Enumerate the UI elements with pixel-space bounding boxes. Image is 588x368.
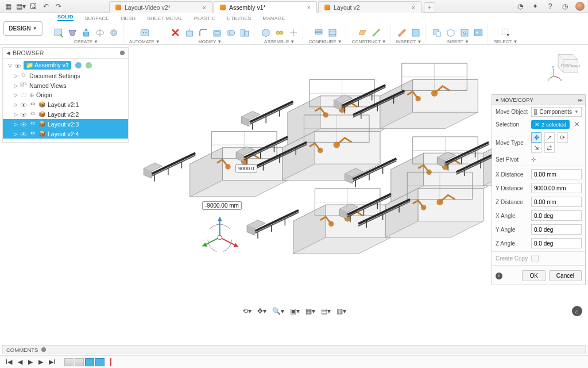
- extrude-icon[interactable]: [80, 27, 92, 39]
- collapse-dot-icon[interactable]: [120, 51, 125, 55]
- visibility-icon[interactable]: [20, 112, 27, 117]
- insert-derive-icon[interactable]: [431, 27, 443, 39]
- grid-icon[interactable]: ▤▾: [321, 307, 331, 315]
- undo-icon[interactable]: ↶: [41, 2, 51, 10]
- ribbon-tab-plastic[interactable]: PLASTIC: [194, 16, 216, 21]
- ribbon-tab-solid[interactable]: SOLID: [57, 14, 74, 21]
- ribbon-tab-sheetmetal[interactable]: SHEET METAL: [147, 16, 183, 21]
- shell-icon[interactable]: [211, 27, 223, 39]
- new-tab-button[interactable]: +: [424, 2, 435, 13]
- workspace-switcher[interactable]: DESIGN▼: [0, 13, 46, 44]
- doc-tab-1[interactable]: Assembly v1*×: [214, 1, 317, 13]
- inspect-icon[interactable]: [410, 27, 421, 39]
- move-type-free[interactable]: ✥: [531, 132, 541, 143]
- insert-mesh-icon[interactable]: [445, 27, 457, 39]
- visibility-icon[interactable]: [20, 121, 27, 127]
- timeline-end-button[interactable]: ▶I: [48, 358, 56, 366]
- y-distance-input[interactable]: [531, 183, 582, 193]
- tree-item-layout4[interactable]: ▷📦Layout v2:4: [3, 129, 128, 139]
- collapse-dot-icon[interactable]: [41, 347, 46, 352]
- timeline-feature[interactable]: [85, 358, 94, 366]
- z-angle-input[interactable]: [531, 238, 582, 248]
- axis-icon[interactable]: [370, 27, 382, 39]
- timeline-start-button[interactable]: I◀: [5, 358, 13, 366]
- file-menu-icon[interactable]: ▤▾: [16, 2, 25, 10]
- info-icon[interactable]: i: [496, 273, 502, 279]
- fit-icon[interactable]: ▣▾: [290, 307, 300, 315]
- align-icon[interactable]: [239, 27, 250, 39]
- tree-item-layout3[interactable]: ▷📦Layout v2:3: [3, 119, 128, 129]
- visibility-icon[interactable]: [14, 63, 21, 68]
- move-type-translate[interactable]: ↗: [544, 132, 555, 143]
- ribbon-tab-utilities[interactable]: UTILITIES: [227, 16, 251, 21]
- timeline-feature[interactable]: [95, 358, 105, 366]
- tree-root[interactable]: ▽ 📁 Assembly v1: [3, 60, 128, 71]
- tree-item-layout1[interactable]: ▷📦Layout v2:1: [3, 99, 128, 109]
- ribbon-tab-surface[interactable]: SURFACE: [85, 16, 110, 21]
- move-type-rotate[interactable]: ⟳: [558, 132, 568, 143]
- tree-item-origin[interactable]: ▷⊕Origin: [3, 90, 128, 99]
- parameters-icon[interactable]: [313, 27, 324, 39]
- timeline-back-button[interactable]: ◀: [17, 358, 24, 366]
- select-icon[interactable]: [500, 27, 512, 39]
- panel-title[interactable]: ● MOVE/COPY▸▸: [492, 95, 585, 105]
- press-pull-icon[interactable]: [184, 27, 195, 39]
- revolve-icon[interactable]: [94, 27, 106, 39]
- timeline-play-button[interactable]: ▶: [27, 358, 34, 366]
- clear-selection-icon[interactable]: ✕: [574, 121, 579, 128]
- visibility-off-icon[interactable]: [20, 92, 27, 98]
- y-angle-input[interactable]: [531, 224, 582, 235]
- redo-icon[interactable]: ↷: [54, 2, 63, 10]
- user-avatar[interactable]: [575, 2, 585, 11]
- move-type-p2p[interactable]: ⇄: [544, 143, 555, 153]
- timeline-marker[interactable]: [110, 358, 111, 366]
- insert-svg-icon[interactable]: S: [459, 27, 470, 39]
- browser-header[interactable]: ◀ BROWSER: [3, 48, 128, 59]
- move-object-combo[interactable]: Components▼: [531, 107, 582, 117]
- x-angle-input[interactable]: [531, 210, 582, 221]
- joint-icon[interactable]: [274, 27, 285, 39]
- timeline-fwd-button[interactable]: ▶: [37, 358, 44, 366]
- close-icon[interactable]: ×: [307, 4, 311, 11]
- zoom-icon[interactable]: 🔍▾: [272, 307, 284, 315]
- viewport[interactable]: 9000.0 -9000.00 mm ◀ BROWSER ▽ 📁 Assembl…: [0, 45, 588, 343]
- viewcube[interactable]: FRONT RIGHT Y Z X: [548, 48, 582, 83]
- cancel-button[interactable]: Cancel: [549, 270, 582, 281]
- tree-item-views[interactable]: ▷Named Views: [3, 80, 128, 90]
- extensions-icon[interactable]: ◔: [516, 2, 525, 10]
- home-view-button[interactable]: ⌂: [572, 306, 582, 316]
- ok-button[interactable]: OK: [522, 270, 545, 281]
- close-icon[interactable]: ×: [412, 4, 415, 11]
- set-pivot-button[interactable]: ⊹: [531, 156, 536, 163]
- create-form-icon[interactable]: [67, 27, 78, 39]
- visibility-icon[interactable]: [20, 102, 27, 108]
- tree-item-settings[interactable]: ▷Document Settings: [3, 71, 128, 80]
- timeline-feature[interactable]: [75, 358, 84, 366]
- selection-chip[interactable]: ✕ 2 selected: [531, 120, 570, 129]
- hole-icon[interactable]: [108, 27, 119, 39]
- fillet-icon[interactable]: [198, 27, 209, 39]
- clock-icon[interactable]: ◷: [560, 2, 570, 10]
- notifications-icon[interactable]: ✦: [531, 2, 540, 10]
- timeline-feature[interactable]: [64, 358, 74, 366]
- joint-origin-icon[interactable]: [288, 27, 299, 39]
- delete-icon[interactable]: ✕: [170, 27, 181, 39]
- grid-menu-icon[interactable]: ▦: [3, 2, 13, 10]
- radio-icon[interactable]: [75, 62, 82, 68]
- close-icon[interactable]: ×: [203, 4, 206, 11]
- comments-bar[interactable]: COMMENTS: [2, 345, 586, 354]
- z-distance-input[interactable]: [531, 197, 582, 207]
- configure-icon[interactable]: [327, 27, 338, 39]
- automate-icon[interactable]: [139, 27, 150, 39]
- new-component-icon[interactable]: [260, 27, 272, 39]
- x-distance-input[interactable]: [531, 169, 582, 179]
- new-sketch-icon[interactable]: [53, 27, 64, 39]
- viewports-icon[interactable]: ▥▾: [336, 307, 346, 315]
- measure-icon[interactable]: [396, 27, 408, 39]
- pan-icon[interactable]: ✥▾: [257, 307, 266, 315]
- orbit-icon[interactable]: ⟲▾: [242, 307, 252, 315]
- ribbon-tab-mesh[interactable]: MESH: [121, 16, 136, 21]
- help-icon[interactable]: ?: [546, 2, 555, 10]
- decal-icon[interactable]: [473, 27, 484, 39]
- save-icon[interactable]: 🖫: [29, 2, 38, 10]
